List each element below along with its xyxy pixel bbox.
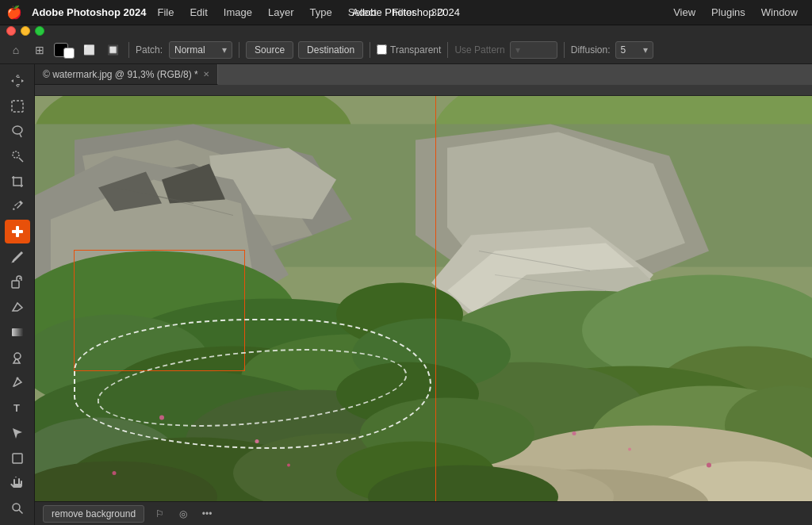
- svg-rect-6: [12, 230, 23, 233]
- svg-rect-13: [13, 454, 22, 463]
- destination-button[interactable]: Destination: [298, 41, 363, 59]
- separator-5: [564, 42, 565, 58]
- tool-hand[interactable]: [5, 472, 30, 496]
- toolbar-mode-icon2[interactable]: 🔲: [103, 40, 122, 59]
- close-button[interactable]: [6, 26, 16, 36]
- tool-gradient[interactable]: [5, 320, 30, 344]
- canvas-content[interactable]: [35, 96, 812, 501]
- tool-healing[interactable]: [5, 220, 30, 243]
- pattern-dropdown[interactable]: ▾: [510, 41, 557, 59]
- menu-type[interactable]: Type: [302, 5, 340, 20]
- bottom-flag-icon[interactable]: ⚐: [151, 505, 168, 523]
- patch-label: Patch:: [136, 44, 163, 56]
- svg-point-14: [13, 504, 20, 511]
- svg-point-1: [13, 126, 22, 134]
- menu-layer[interactable]: Layer: [260, 5, 302, 20]
- menu-view[interactable]: View: [665, 5, 703, 20]
- tool-path-select[interactable]: [5, 421, 30, 445]
- svg-point-62: [628, 448, 631, 451]
- separator-1: [128, 42, 129, 58]
- tool-brush[interactable]: [5, 245, 30, 269]
- svg-point-10: [14, 353, 21, 359]
- transparent-checkbox[interactable]: [377, 44, 387, 55]
- svg-point-57: [287, 464, 290, 467]
- svg-rect-0: [12, 101, 23, 112]
- svg-point-59: [113, 471, 117, 475]
- tool-marquee[interactable]: [5, 94, 30, 118]
- svg-point-11: [16, 377, 18, 380]
- menu-plugins[interactable]: Plugins: [703, 5, 753, 20]
- tool-zoom[interactable]: [5, 496, 30, 520]
- main-area: T © watermark.jpg @ 91,3% (RGB/8) * ✕: [0, 64, 812, 525]
- menu-bar: 🍎 Adobe Photoshop 2024 File Edit Image L…: [0, 0, 812, 25]
- transparent-checkbox-label[interactable]: Transparent: [377, 44, 441, 56]
- title-bar: [0, 25, 812, 36]
- canvas-area[interactable]: © watermark.jpg @ 91,3% (RGB/8) * ✕ // C…: [35, 64, 812, 525]
- tool-lasso[interactable]: [5, 119, 30, 143]
- svg-text:T: T: [13, 402, 20, 414]
- transparent-label: Transparent: [390, 44, 441, 56]
- menu-3d[interactable]: 3D: [423, 5, 453, 20]
- svg-rect-9: [12, 328, 23, 336]
- svg-point-56: [255, 439, 259, 443]
- remove-background-button[interactable]: remove background: [43, 505, 144, 523]
- bottom-bar: remove background ⚐ ◎ •••: [35, 501, 812, 525]
- tool-crop[interactable]: [5, 170, 30, 194]
- toolbar: ⌂ ⊞ ⬜ 🔲 Patch: Normal ▾ Source Destinati…: [0, 36, 812, 64]
- svg-line-2: [20, 134, 21, 137]
- toolbar-mode-icon1[interactable]: ⬜: [79, 40, 98, 59]
- canvas-tab-title: © watermark.jpg @ 91,3% (RGB/8) *: [43, 69, 198, 80]
- menu-filter[interactable]: Filter: [385, 5, 423, 20]
- tool-quick-select[interactable]: [5, 144, 30, 168]
- left-tool-panel: T: [0, 64, 35, 525]
- tool-eyedropper[interactable]: [5, 195, 30, 219]
- use-pattern-label: Use Pattern: [454, 44, 504, 56]
- svg-rect-8: [12, 281, 19, 288]
- diffusion-label: Diffusion:: [571, 44, 611, 56]
- toolbar-grid-icon[interactable]: ⊞: [30, 40, 49, 59]
- tool-text[interactable]: T: [5, 396, 30, 420]
- canvas-tab-close[interactable]: ✕: [203, 70, 209, 79]
- svg-point-7: [13, 261, 14, 262]
- menu-select[interactable]: Select: [340, 5, 385, 20]
- menu-file[interactable]: File: [149, 5, 182, 20]
- app-name[interactable]: Adobe Photoshop 2024: [32, 6, 146, 18]
- menu-edit[interactable]: Edit: [182, 5, 215, 20]
- svg-point-55: [159, 416, 164, 420]
- source-button[interactable]: Source: [246, 41, 293, 59]
- separator-3: [370, 42, 370, 58]
- svg-point-3: [13, 151, 19, 158]
- separator-4: [447, 42, 448, 58]
- background-color[interactable]: [63, 48, 75, 59]
- tool-move[interactable]: [5, 69, 30, 93]
- minimize-button[interactable]: [21, 26, 30, 36]
- bottom-circle-icon[interactable]: ◎: [174, 505, 192, 523]
- ruler-top: // Can't use script here inside SVG in H…: [35, 85, 812, 96]
- svg-point-63: [707, 463, 711, 468]
- svg-line-15: [19, 510, 23, 514]
- toolbar-home-icon[interactable]: ⌂: [6, 40, 25, 59]
- bottom-dots-icon[interactable]: •••: [198, 505, 216, 523]
- landscape-image: [35, 96, 812, 501]
- svg-point-61: [573, 431, 576, 435]
- menu-image[interactable]: Image: [216, 5, 260, 20]
- separator-2: [239, 42, 239, 58]
- diffusion-dropdown[interactable]: 5 ▾: [615, 41, 653, 59]
- apple-menu[interactable]: 🍎: [6, 5, 22, 20]
- tool-pen[interactable]: [5, 371, 30, 395]
- svg-line-4: [19, 158, 23, 162]
- tool-dodge[interactable]: [5, 346, 30, 370]
- maximize-button[interactable]: [35, 26, 44, 36]
- patch-dropdown[interactable]: Normal ▾: [169, 41, 232, 59]
- menu-window[interactable]: Window: [753, 5, 806, 20]
- tool-eraser[interactable]: [5, 295, 30, 319]
- tool-rectangle[interactable]: [5, 446, 30, 470]
- tool-clone[interactable]: [5, 270, 30, 294]
- canvas-tab[interactable]: © watermark.jpg @ 91,3% (RGB/8) * ✕: [35, 64, 218, 85]
